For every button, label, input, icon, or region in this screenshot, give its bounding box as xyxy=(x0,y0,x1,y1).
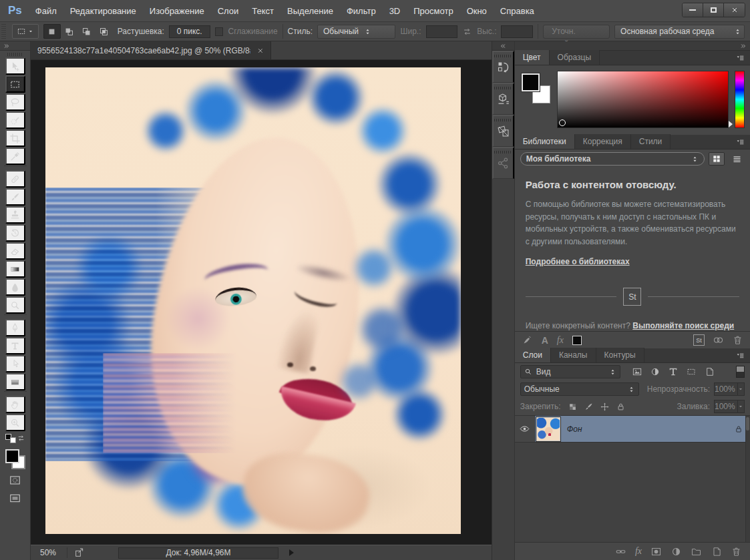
new-selection-button[interactable] xyxy=(43,24,61,39)
panel-tab[interactable]: Слои xyxy=(515,348,551,362)
fill-caret[interactable] xyxy=(737,400,744,412)
maximize-button[interactable] xyxy=(703,3,724,17)
antialias-checkbox[interactable] xyxy=(215,27,224,36)
close-button[interactable] xyxy=(724,3,745,17)
menu-item[interactable]: Редактирование xyxy=(63,0,143,22)
toolbar-collapse-button[interactable] xyxy=(0,41,30,51)
foreground-color-swatch[interactable] xyxy=(522,73,540,91)
panel-tab[interactable]: Коррекция xyxy=(575,134,631,149)
screen-mode-button[interactable] xyxy=(7,491,24,505)
grid-view-button[interactable] xyxy=(709,152,725,166)
libraries-panel-menu-button[interactable] xyxy=(735,137,746,146)
color-picker-handle[interactable] xyxy=(559,119,566,126)
layers-scrollbar[interactable] xyxy=(745,416,750,542)
opacity-field[interactable]: 100% xyxy=(714,382,745,396)
menu-item[interactable]: Слои xyxy=(211,0,246,22)
tool-gradient[interactable] xyxy=(5,260,25,278)
layer-name[interactable]: Фон xyxy=(567,425,582,434)
tool-spot-healing-brush[interactable] xyxy=(5,170,25,188)
filter-smart-objects-button[interactable] xyxy=(702,365,717,378)
intersect-selection-button[interactable] xyxy=(96,24,113,39)
add-layer-mask-button[interactable] xyxy=(650,546,662,557)
menu-item[interactable]: Файл xyxy=(29,0,63,22)
menu-item[interactable]: Просмотр xyxy=(407,0,459,22)
tool-zoom[interactable] xyxy=(5,414,25,431)
menu-item[interactable]: Изображение xyxy=(143,0,211,22)
tool-blur[interactable] xyxy=(5,278,25,296)
quick-mask-button[interactable] xyxy=(7,473,24,487)
menu-item[interactable]: Окно xyxy=(460,0,494,22)
learn-more-link[interactable]: Подробнее о библиотеках xyxy=(526,257,630,266)
layer-filter-toggle[interactable] xyxy=(736,366,745,378)
swap-colors-icon[interactable] xyxy=(17,434,25,443)
properties-panel-button[interactable] xyxy=(492,83,514,115)
width-input[interactable] xyxy=(426,25,458,38)
filter-type-layers-button[interactable] xyxy=(666,365,681,378)
tool-hand[interactable] xyxy=(5,396,25,413)
filter-shape-layers-button[interactable] xyxy=(684,365,699,378)
feather-input[interactable]: 0 пикс. xyxy=(169,25,210,38)
canvas-image[interactable] xyxy=(45,67,461,534)
refine-edge-button[interactable]: Уточн. край... xyxy=(543,25,610,39)
adobe-stock-button[interactable]: St xyxy=(693,334,705,346)
panel-tab[interactable]: Библиотеки xyxy=(515,134,575,149)
tool-shape[interactable] xyxy=(5,373,25,390)
panels-collapse-button[interactable] xyxy=(515,41,750,51)
tool-clone-stamp[interactable] xyxy=(5,206,25,224)
share-panel-button[interactable] xyxy=(492,147,514,179)
swap-dimensions-icon[interactable] xyxy=(462,27,472,37)
tool-pen[interactable] xyxy=(5,319,25,336)
add-character-style-button[interactable]: A xyxy=(542,335,548,346)
minimize-button[interactable] xyxy=(683,3,703,17)
export-icon[interactable] xyxy=(74,547,85,558)
lock-transparency-button[interactable] xyxy=(568,402,578,412)
zoom-level-field[interactable]: 50% xyxy=(36,548,60,557)
menu-item[interactable]: Справка xyxy=(494,0,541,22)
filter-pixel-layers-button[interactable] xyxy=(630,365,645,378)
tool-dodge[interactable] xyxy=(5,296,25,314)
panel-tab[interactable]: Стили xyxy=(631,134,671,149)
lock-position-button[interactable] xyxy=(600,402,610,412)
add-graphic-button[interactable] xyxy=(522,334,533,346)
new-adjustment-layer-button[interactable] xyxy=(671,546,682,557)
menu-item[interactable]: Выделение xyxy=(280,0,340,22)
tool-eyedropper[interactable] xyxy=(5,148,25,165)
document-tab[interactable]: 9556524138c77a1e40504763cae6ab42.jpg @ 5… xyxy=(31,41,271,59)
add-fill-color-button[interactable] xyxy=(572,336,582,345)
filter-adjustment-layers-button[interactable] xyxy=(648,365,663,378)
creative-cloud-sync-button[interactable] xyxy=(713,334,724,346)
status-menu-arrow-icon[interactable] xyxy=(289,549,294,556)
style-select[interactable]: Обычный xyxy=(317,25,395,39)
lock-paint-button[interactable] xyxy=(584,402,594,412)
menu-item[interactable]: Фильтр xyxy=(340,0,383,22)
menu-item[interactable]: 3D xyxy=(383,0,407,22)
panel-tab[interactable]: Цвет xyxy=(515,50,550,65)
height-input[interactable] xyxy=(501,25,533,38)
default-colors-button[interactable] xyxy=(5,434,16,443)
delete-library-item-button[interactable] xyxy=(732,334,743,346)
layer-style-button[interactable]: fx xyxy=(635,546,642,557)
tool-rectangular-marquee[interactable] xyxy=(5,75,25,93)
Фон[interactable]: Фон xyxy=(515,416,750,443)
saturation-brightness-picker[interactable] xyxy=(557,71,729,128)
workspace-select[interactable]: Основная рабочая среда xyxy=(614,25,745,39)
lock-all-button[interactable] xyxy=(616,402,626,412)
tab-close-icon[interactable] xyxy=(257,47,264,54)
hue-slider[interactable] xyxy=(735,71,745,128)
tool-history-brush[interactable] xyxy=(5,224,25,242)
tool-crop[interactable] xyxy=(5,129,25,147)
opacity-caret[interactable] xyxy=(737,383,744,395)
color-panel-menu-button[interactable] xyxy=(735,53,746,62)
add-to-selection-button[interactable] xyxy=(61,24,78,39)
dock-collapse-button[interactable] xyxy=(492,41,514,51)
panel-tab[interactable]: Образцы xyxy=(550,50,600,65)
tool-move[interactable] xyxy=(5,57,25,75)
tool-type[interactable] xyxy=(5,337,25,354)
subtract-from-selection-button[interactable] xyxy=(78,24,96,39)
layers-panel-menu-button[interactable] xyxy=(735,351,746,360)
blend-mode-select[interactable]: Обычные xyxy=(520,382,639,396)
panel-tab[interactable]: Каналы xyxy=(551,348,596,362)
tool-path-selection[interactable] xyxy=(5,355,25,372)
new-group-button[interactable] xyxy=(691,546,702,557)
panel-tab[interactable]: Контуры xyxy=(596,348,644,362)
